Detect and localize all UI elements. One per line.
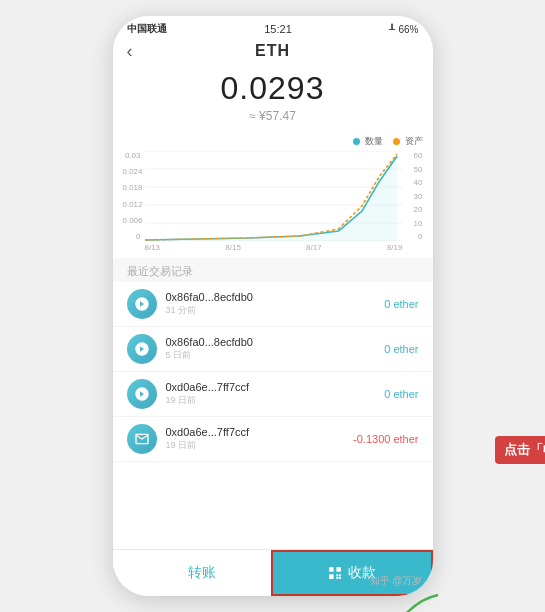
table-row: 0x86fa0...8ecfdb0 31 分前 0 ether [113,282,433,327]
transfer-button[interactable]: 转账 [113,550,271,596]
tx-icon-3 [127,379,157,409]
tx-amount-1: 0 ether [384,298,418,310]
chart-legend: 数量 资产 [123,135,423,148]
tx-time-2: 5 日前 [166,349,385,362]
bluetooth-icon: ┸ [389,24,395,35]
receive-icon [327,565,343,581]
tx-address-4: 0xd0a6e...7ff7ccf [166,426,354,438]
chart-section: 数量 资产 0.03 0.024 0.018 0.012 0.006 0 [113,131,433,258]
tx-info-2: 0x86fa0...8ecfdb0 5 日前 [166,336,385,362]
svg-rect-9 [329,574,334,579]
transfer-icon [134,296,150,312]
legend-quantity-dot [353,138,360,145]
time-label: 15:21 [264,23,292,35]
tx-info-4: 0xd0a6e...7ff7ccf 19 日前 [166,426,354,452]
status-bar: 中国联通 15:21 ┸ 66% [113,16,433,38]
bottom-bar: 转账 收款 [113,549,433,596]
watermark: 知乎 @万岁 [370,574,423,588]
legend-quantity: 数量 [353,135,383,148]
tx-time-1: 31 分前 [166,304,385,317]
receive-icon [134,431,150,447]
table-row: 0xd0a6e...7ff7ccf 19 日前 0 ether [113,372,433,417]
svg-rect-12 [336,577,338,579]
page-title: ETH [255,42,290,60]
chart-x-labels: 8/13 8/15 8/17 8/19 [123,243,423,252]
section-title: 最近交易记录 [113,258,433,282]
callout-annotation: 点击「收款」 [495,436,546,464]
svg-rect-8 [336,567,341,572]
tx-info-1: 0x86fa0...8ecfdb0 31 分前 [166,291,385,317]
tx-amount-4: -0.1300 ether [353,433,418,445]
back-button[interactable]: ‹ [127,41,133,62]
transfer-icon [134,341,150,357]
legend-asset: 资产 [393,135,423,148]
table-row: 0x86fa0...8ecfdb0 5 日前 0 ether [113,327,433,372]
tx-icon-1 [127,289,157,319]
tx-amount-3: 0 ether [384,388,418,400]
tx-amount-2: 0 ether [384,343,418,355]
tx-address-3: 0xd0a6e...7ff7ccf [166,381,385,393]
chart-y-left: 0.03 0.024 0.018 0.012 0.006 0 [123,151,145,241]
transactions-list: 0x86fa0...8ecfdb0 31 分前 0 ether 0x86fa0.… [113,282,433,549]
status-right: ┸ 66% [389,24,418,35]
balance-section: 0.0293 ≈ ¥57.47 [113,66,433,131]
chart-area [145,151,403,241]
chart-y-right: 60 50 40 30 20 10 0 [403,151,423,241]
header: ‹ ETH [113,38,433,66]
legend-asset-dot [393,138,400,145]
balance-amount: 0.0293 [113,70,433,107]
tx-info-3: 0xd0a6e...7ff7ccf 19 日前 [166,381,385,407]
battery-label: 66% [398,24,418,35]
svg-rect-11 [339,574,341,576]
tx-time-4: 19 日前 [166,439,354,452]
carrier-label: 中国联通 [127,22,167,36]
svg-rect-7 [329,567,334,572]
chart-svg [145,151,403,241]
transfer-icon [167,565,183,581]
transfer-label: 转账 [188,564,216,582]
callout-arrow-icon [383,590,443,612]
tx-icon-2 [127,334,157,364]
tx-address-2: 0x86fa0...8ecfdb0 [166,336,385,348]
tx-time-3: 19 日前 [166,394,385,407]
transfer-icon [134,386,150,402]
balance-cny: ≈ ¥57.47 [113,109,433,123]
svg-rect-13 [339,577,341,579]
tx-address-1: 0x86fa0...8ecfdb0 [166,291,385,303]
svg-rect-10 [336,574,338,576]
tx-icon-4 [127,424,157,454]
table-row: 0xd0a6e...7ff7ccf 19 日前 -0.1300 ether [113,417,433,462]
chart-container: 0.03 0.024 0.018 0.012 0.006 0 [123,151,423,241]
